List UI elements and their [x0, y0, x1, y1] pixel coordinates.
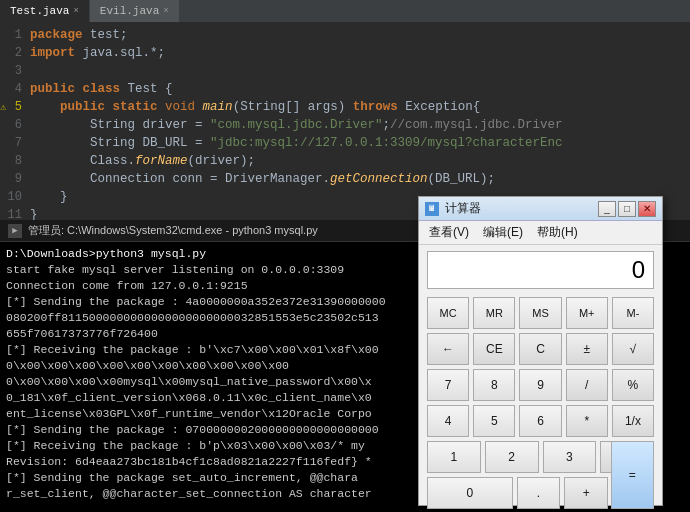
calc-menu-edit[interactable]: 编辑(E)	[477, 223, 529, 242]
calc-display: 0	[427, 251, 654, 289]
code-line-6: 6 String driver = "com.mysql.jdbc.Driver…	[0, 116, 690, 134]
calc-btn-6[interactable]: 6	[519, 405, 561, 437]
calc-row-789: 7 8 9 / %	[427, 369, 654, 401]
calc-btn-backspace[interactable]: ←	[427, 333, 469, 365]
tab-evil-java-label: Evil.java	[100, 5, 159, 17]
calc-btn-0[interactable]: 0	[427, 477, 513, 509]
tab-test-java[interactable]: Test.java ×	[0, 0, 90, 22]
calc-row-clear: ← CE C ± √	[427, 333, 654, 365]
calc-btn-multiply[interactable]: *	[566, 405, 608, 437]
terminal-icon: ▶	[8, 224, 22, 238]
calc-btn-9[interactable]: 9	[519, 369, 561, 401]
calc-close-button[interactable]: ✕	[638, 201, 656, 217]
calc-minimize-button[interactable]: _	[598, 201, 616, 217]
calc-btn-mminus[interactable]: M-	[612, 297, 654, 329]
calc-row-123: 1 2 3 - =	[427, 441, 654, 473]
calc-btn-c[interactable]: C	[519, 333, 561, 365]
calc-btn-5[interactable]: 5	[473, 405, 515, 437]
code-line-7: 7 String DB_URL = "jdbc:mysql://127.0.0.…	[0, 134, 690, 152]
code-line-2: 2 import java.sql.*;	[0, 44, 690, 62]
calc-menu-view[interactable]: 查看(V)	[423, 223, 475, 242]
calc-btn-2[interactable]: 2	[485, 441, 539, 473]
calc-maximize-button[interactable]: □	[618, 201, 636, 217]
calc-btn-equals[interactable]: =	[611, 441, 654, 509]
calc-btn-8[interactable]: 8	[473, 369, 515, 401]
calc-title-text: 计算器	[445, 200, 598, 217]
calc-buttons: MC MR MS M+ M- ← CE C ± √ 7 8 9 / % 4 5 …	[419, 293, 662, 512]
warning-indicator: ⚠	[0, 99, 6, 117]
terminal-title: 管理员: C:\Windows\System32\cmd.exe - pytho…	[28, 223, 318, 238]
tab-evil-java-close[interactable]: ×	[163, 6, 168, 16]
calc-btn-mplus[interactable]: M+	[566, 297, 608, 329]
calc-btn-divide[interactable]: /	[566, 369, 608, 401]
code-line-9: 9 Connection conn = DriverManager.getCon…	[0, 170, 690, 188]
calc-menu-help[interactable]: 帮助(H)	[531, 223, 584, 242]
calc-btn-negate[interactable]: ±	[566, 333, 608, 365]
calc-titlebar: 🖩 计算器 _ □ ✕	[419, 197, 662, 221]
calc-btn-mr[interactable]: MR	[473, 297, 515, 329]
calc-btn-ce[interactable]: CE	[473, 333, 515, 365]
code-line-4: 4 public class Test {	[0, 80, 690, 98]
calc-menu: 查看(V) 编辑(E) 帮助(H)	[419, 221, 662, 245]
code-line-8: 8 Class.forName(driver);	[0, 152, 690, 170]
code-line-1: 1 package test;	[0, 26, 690, 44]
code-line-5: 5 ⚠ public static void main(String[] arg…	[0, 98, 690, 116]
code-content: 1 package test; 2 import java.sql.*; 3 4…	[0, 22, 690, 220]
calc-btn-percent[interactable]: %	[612, 369, 654, 401]
calc-btn-ms[interactable]: MS	[519, 297, 561, 329]
calc-btn-7[interactable]: 7	[427, 369, 469, 401]
calc-row-memory: MC MR MS M+ M-	[427, 297, 654, 329]
calc-btn-reciprocal[interactable]: 1/x	[612, 405, 654, 437]
calc-btn-1[interactable]: 1	[427, 441, 481, 473]
calc-row-456: 4 5 6 * 1/x	[427, 405, 654, 437]
calc-btn-sqrt[interactable]: √	[612, 333, 654, 365]
calc-window-buttons: _ □ ✕	[598, 201, 656, 217]
tab-test-java-close[interactable]: ×	[73, 6, 78, 16]
calc-btn-mc[interactable]: MC	[427, 297, 469, 329]
tab-evil-java[interactable]: Evil.java ×	[90, 0, 180, 22]
calc-title-icon: 🖩	[425, 202, 439, 216]
calc-btn-3[interactable]: 3	[543, 441, 597, 473]
calc-btn-4[interactable]: 4	[427, 405, 469, 437]
tab-test-java-label: Test.java	[10, 5, 69, 17]
tab-bar: Test.java × Evil.java ×	[0, 0, 690, 22]
code-line-3: 3	[0, 62, 690, 80]
calculator-window: 🖩 计算器 _ □ ✕ 查看(V) 编辑(E) 帮助(H) 0 MC MR MS…	[418, 196, 663, 506]
calc-btn-decimal[interactable]: .	[517, 477, 561, 509]
calc-btn-add[interactable]: +	[564, 477, 608, 509]
editor-area: Test.java × Evil.java × 1 package test; …	[0, 0, 690, 220]
